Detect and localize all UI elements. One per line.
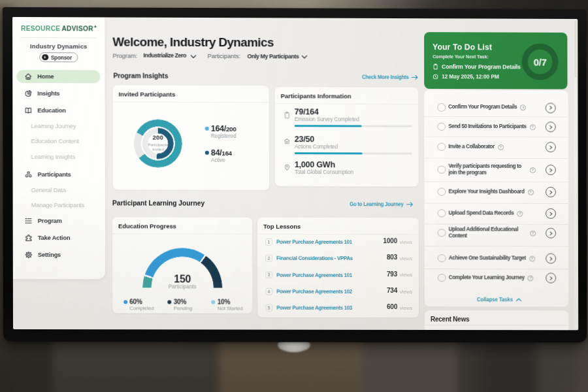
sidebar-item-home[interactable]: Home (16, 70, 100, 83)
task-row[interactable]: Invite a Collaborator ? (424, 140, 568, 154)
task-checkbox[interactable] (437, 103, 445, 112)
card-title: Education Progress (118, 222, 176, 229)
lesson-link[interactable]: Power Purchase Agreements 102 (276, 288, 352, 295)
task-row[interactable]: Explore Your Insights Dashboard ? (425, 186, 568, 199)
todo-due-date: 12 May 2025, 12:00 PM (433, 73, 498, 80)
views-count: 734 (371, 287, 397, 294)
task-row[interactable]: Confirm Your Program Details ? (424, 101, 568, 114)
task-checkbox[interactable] (437, 143, 445, 152)
sidebar-item-label: Program (38, 218, 62, 224)
sidebar-item-learning-insights[interactable]: Learning Insights (31, 152, 76, 161)
divider (425, 203, 568, 204)
education-icon (24, 106, 32, 114)
task-checkbox[interactable] (438, 188, 446, 195)
arrow-right-icon (411, 74, 418, 80)
help-icon[interactable]: ? (530, 167, 536, 173)
sidebar-item-participants[interactable]: Participants (16, 168, 100, 181)
legend-dot (167, 300, 171, 304)
go-to-learning-journey-link[interactable]: Go to Learning Journey (342, 201, 414, 207)
task-row[interactable]: Send 50 Invitations to Participants ? (424, 120, 568, 134)
sidebar-item-settings[interactable]: Settings (17, 248, 101, 261)
lesson-link[interactable]: Financial Considerations - VPPAs (276, 255, 353, 261)
task-checkbox[interactable] (438, 209, 446, 217)
sidebar-item-label: Education (37, 107, 65, 114)
legend-label: Active (211, 157, 225, 163)
task-row[interactable]: Complete Your Learning Journey ? (425, 271, 568, 284)
chevron-right-button[interactable] (546, 253, 556, 264)
chevron-down-icon[interactable] (301, 55, 307, 59)
brand-logo[interactable]: RESOURCEADVISOR+ (21, 24, 97, 32)
chevron-right-button[interactable] (546, 103, 556, 113)
invited-donut-center: 200 ParticipantsInvited (134, 119, 182, 167)
participants-information-card: Participants Information 79/164 Emission… (275, 87, 419, 186)
help-icon[interactable]: ? (530, 124, 536, 130)
task-checkbox[interactable] (438, 254, 446, 262)
sidebar: RESOURCEADVISOR+ Industry Dynamics Spons… (12, 17, 105, 279)
todo-task-list-card: Confirm Your Program Details ? Send 50 I… (424, 90, 568, 307)
chevron-right-button[interactable] (546, 273, 556, 284)
lesson-link[interactable]: Power Purchase Agreements 103 (276, 304, 352, 311)
task-checkbox[interactable] (437, 123, 445, 131)
help-icon[interactable]: ? (528, 189, 534, 195)
recent-news-title: Recent News (431, 316, 469, 323)
learning-journey-heading: Participant Learning Journey (112, 199, 204, 206)
divider (425, 223, 568, 224)
task-checkbox[interactable] (437, 165, 445, 173)
help-icon[interactable]: ? (520, 105, 526, 110)
rank-badge: 2 (265, 255, 272, 262)
stat-label: Emission Survey Completed (295, 116, 359, 122)
program-filter-value[interactable]: Industrialize Zero (143, 52, 186, 59)
help-icon[interactable]: ? (498, 144, 504, 150)
lesson-link[interactable]: Power Purchase Agreements 101 (276, 271, 352, 278)
task-row[interactable]: Achieve One Sustainability Target ? (425, 252, 568, 265)
help-icon[interactable]: ? (517, 210, 523, 216)
sponsor-badge[interactable]: Sponsor (39, 52, 78, 62)
scrollbar-thumb[interactable] (574, 20, 576, 78)
help-icon[interactable]: ? (528, 275, 534, 281)
scrollbar[interactable] (574, 20, 577, 329)
divider (257, 234, 419, 235)
invited-participants-card: Invited Participants 200 ParticipantsInv… (113, 85, 269, 189)
check-more-insights-link[interactable]: Check More Insights (355, 74, 418, 80)
sidebar-item-general-data[interactable]: General Data (31, 186, 66, 195)
task-row[interactable]: Upload Spend Data Records ? (425, 206, 568, 220)
task-checkbox[interactable] (438, 274, 446, 282)
task-row[interactable]: Verify participants requesting to join t… (424, 162, 568, 178)
sidebar-item-take-action[interactable]: Take Action (17, 231, 101, 244)
rank-badge: 3 (265, 271, 272, 278)
task-checkbox[interactable] (438, 229, 446, 237)
sidebar-item-manage-participants[interactable]: Manage Participants (31, 201, 84, 210)
chevron-down-icon[interactable] (190, 55, 196, 59)
participants-filter-value[interactable]: Only My Participants (248, 53, 299, 59)
lesson-link[interactable]: Power Purchase Agreements 101 (276, 238, 352, 245)
divider (424, 158, 568, 159)
chevron-right-button[interactable] (546, 165, 556, 175)
chevron-right-button[interactable] (546, 187, 556, 197)
help-icon[interactable]: ? (530, 230, 536, 236)
task-row[interactable]: Upload Additional Educational Content ? (425, 225, 568, 240)
collapse-tasks-link[interactable]: Collapse Tasks (425, 296, 568, 302)
sponsor-icon (42, 54, 48, 61)
help-icon[interactable]: ? (529, 255, 535, 261)
settings-icon (25, 251, 33, 259)
task-label: Complete Your Learning Journey (449, 274, 525, 282)
legend-dot (205, 151, 209, 155)
chevron-right-button[interactable] (546, 142, 556, 152)
todo-subtitle: Complete Your Next Task: (433, 54, 489, 59)
views-count: 600 (371, 303, 397, 310)
chevron-right-button[interactable] (546, 208, 556, 219)
sidebar-item-insights[interactable]: Insights (16, 87, 100, 100)
task-label: Verify participants requesting to join t… (448, 163, 527, 176)
sidebar-item-program[interactable]: Program (17, 214, 101, 227)
sidebar-item-education[interactable]: Education (16, 104, 100, 117)
rank-badge: 1 (265, 238, 272, 246)
chevron-up-icon (516, 298, 522, 301)
clipboard-icon (433, 63, 438, 70)
chevron-right-button[interactable] (546, 228, 556, 238)
top-lessons-card: Top Lessons 1 Power Purchase Agreements … (257, 218, 419, 318)
sidebar-item-learning-journey[interactable]: Learning Journey (31, 122, 76, 131)
chevron-right-button[interactable] (546, 122, 556, 132)
todo-next-task: Confirm Your Program Details (433, 63, 521, 70)
views-count: 1000 (371, 237, 397, 244)
sidebar-item-education-content[interactable]: Education Content (31, 137, 78, 146)
